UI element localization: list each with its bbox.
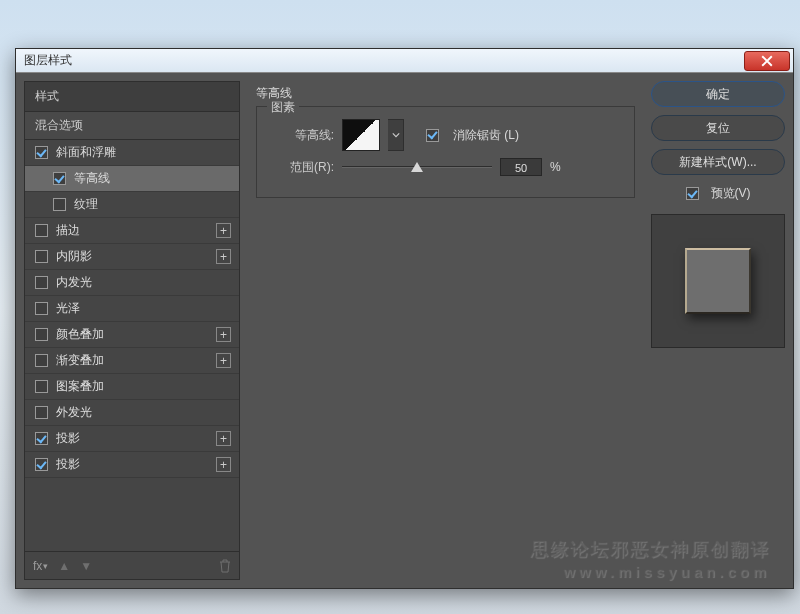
style-item-label: 光泽 — [56, 300, 231, 317]
style-item-label: 描边 — [56, 222, 216, 239]
preview-swatch — [685, 248, 751, 314]
sidebar-header: 样式 — [25, 82, 239, 112]
preview-label: 预览(V) — [711, 185, 751, 202]
contour-picker[interactable] — [342, 119, 380, 151]
range-label: 范围(R): — [269, 159, 334, 176]
style-item[interactable]: 斜面和浮雕 — [25, 140, 239, 166]
style-item[interactable]: 投影+ — [25, 426, 239, 452]
add-effect-button[interactable]: + — [216, 353, 231, 368]
panel-title: 等高线 — [256, 85, 635, 102]
style-item-label: 等高线 — [74, 170, 231, 187]
style-item-label: 渐变叠加 — [56, 352, 216, 369]
style-item[interactable]: 描边+ — [25, 218, 239, 244]
move-down-icon[interactable]: ▼ — [80, 559, 92, 573]
trash-icon[interactable] — [219, 559, 231, 573]
style-item-label: 图案叠加 — [56, 378, 231, 395]
new-style-button[interactable]: 新建样式(W)... — [651, 149, 785, 175]
style-item-label: 斜面和浮雕 — [56, 144, 231, 161]
style-item-label: 纹理 — [74, 196, 231, 213]
range-input[interactable]: 50 — [500, 158, 542, 176]
style-checkbox[interactable] — [35, 146, 48, 159]
add-effect-button[interactable]: + — [216, 223, 231, 238]
style-checkbox[interactable] — [35, 276, 48, 289]
style-item-label: 投影 — [56, 456, 216, 473]
preview-checkbox[interactable] — [686, 187, 699, 200]
style-list: 斜面和浮雕等高线纹理描边+内阴影+内发光光泽颜色叠加+渐变叠加+图案叠加外发光投… — [25, 140, 239, 478]
style-checkbox[interactable] — [35, 224, 48, 237]
preview-box — [651, 214, 785, 348]
style-checkbox[interactable] — [35, 354, 48, 367]
contour-dropdown[interactable] — [388, 119, 404, 151]
style-item[interactable]: 外发光 — [25, 400, 239, 426]
style-checkbox[interactable] — [35, 406, 48, 419]
titlebar: 图层样式 — [16, 49, 793, 73]
style-checkbox[interactable] — [35, 302, 48, 315]
style-item[interactable]: 光泽 — [25, 296, 239, 322]
move-up-icon[interactable]: ▲ — [58, 559, 70, 573]
range-unit: % — [550, 160, 561, 174]
sidebar-subheader[interactable]: 混合选项 — [25, 112, 239, 140]
style-item-label: 外发光 — [56, 404, 231, 421]
chevron-down-icon — [392, 131, 400, 139]
style-item[interactable]: 纹理 — [25, 192, 239, 218]
style-item[interactable]: 内发光 — [25, 270, 239, 296]
style-item[interactable]: 颜色叠加+ — [25, 322, 239, 348]
fieldset-legend: 图素 — [267, 99, 299, 116]
add-effect-button[interactable]: + — [216, 327, 231, 342]
style-item[interactable]: 等高线 — [25, 166, 239, 192]
style-checkbox[interactable] — [35, 380, 48, 393]
style-item[interactable]: 渐变叠加+ — [25, 348, 239, 374]
antialias-label: 消除锯齿 (L) — [453, 127, 519, 144]
style-item[interactable]: 内阴影+ — [25, 244, 239, 270]
range-slider[interactable] — [342, 159, 492, 175]
fx-menu-button[interactable]: fx▾ — [33, 559, 48, 573]
style-checkbox[interactable] — [35, 250, 48, 263]
style-checkbox[interactable] — [53, 198, 66, 211]
settings-panel: 等高线 图素 等高线: 消除锯齿 (L) 范围(R): — [248, 81, 643, 580]
style-item-label: 内阴影 — [56, 248, 216, 265]
style-item-label: 颜色叠加 — [56, 326, 216, 343]
dialog-body: 样式 混合选项 斜面和浮雕等高线纹理描边+内阴影+内发光光泽颜色叠加+渐变叠加+… — [16, 73, 793, 588]
style-checkbox[interactable] — [35, 458, 48, 471]
styles-sidebar: 样式 混合选项 斜面和浮雕等高线纹理描边+内阴影+内发光光泽颜色叠加+渐变叠加+… — [24, 81, 240, 580]
style-checkbox[interactable] — [35, 328, 48, 341]
elements-fieldset: 图素 等高线: 消除锯齿 (L) 范围(R): 50 — [256, 106, 635, 198]
style-checkbox[interactable] — [35, 432, 48, 445]
cancel-button[interactable]: 复位 — [651, 115, 785, 141]
style-item-label: 投影 — [56, 430, 216, 447]
add-effect-button[interactable]: + — [216, 249, 231, 264]
add-effect-button[interactable]: + — [216, 457, 231, 472]
sidebar-footer: fx▾ ▲ ▼ — [25, 551, 239, 579]
close-button[interactable] — [744, 51, 790, 71]
style-item-label: 内发光 — [56, 274, 231, 291]
action-column: 确定 复位 新建样式(W)... 预览(V) — [651, 81, 785, 580]
contour-label: 等高线: — [269, 127, 334, 144]
layer-style-dialog: 图层样式 样式 混合选项 斜面和浮雕等高线纹理描边+内阴影+内发光光泽颜色叠加+… — [15, 48, 794, 589]
antialias-checkbox[interactable] — [426, 129, 439, 142]
ok-button[interactable]: 确定 — [651, 81, 785, 107]
style-checkbox[interactable] — [53, 172, 66, 185]
close-icon — [761, 55, 773, 67]
style-item[interactable]: 投影+ — [25, 452, 239, 478]
dialog-title: 图层样式 — [24, 52, 744, 69]
add-effect-button[interactable]: + — [216, 431, 231, 446]
style-item[interactable]: 图案叠加 — [25, 374, 239, 400]
